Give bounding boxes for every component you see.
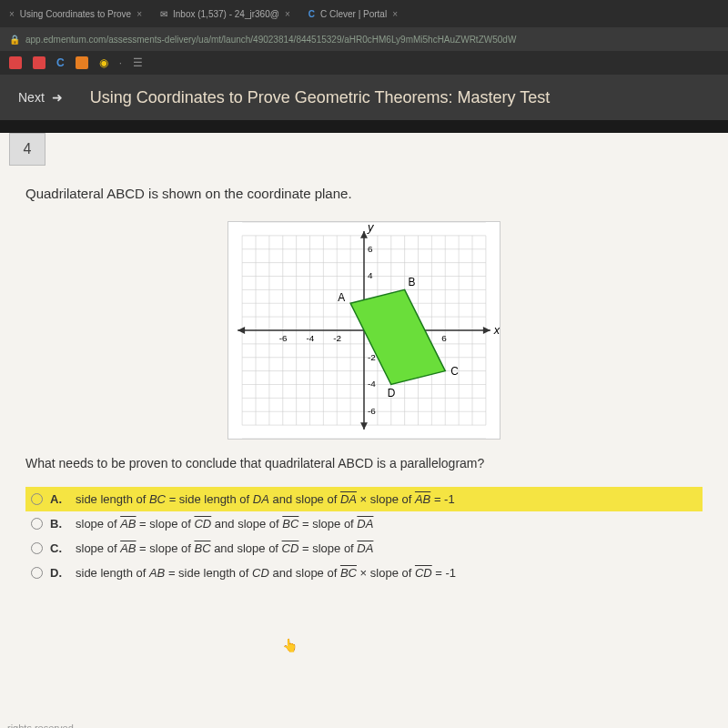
svg-text:-6: -6 [279,333,288,343]
arrow-right-icon: ➜ [52,90,63,105]
close-icon[interactable]: × [285,9,290,19]
tab-label: Inbox (1,537) - 24_jr360@ [173,9,279,19]
svg-text:B: B [409,276,416,288]
option-letter: C. [50,541,65,555]
option-letter: D. [50,566,65,580]
next-button[interactable]: Next ➜ [18,90,63,105]
tab-label: Using Coordinates to Prove [20,9,131,19]
close-icon[interactable]: × [392,9,398,19]
bookmark-icon[interactable]: ◉ [99,56,108,69]
svg-marker-43 [360,422,368,430]
option-a[interactable]: A. side length of BC = side length of DA… [25,487,703,511]
answer-options: A. side length of BC = side length of DA… [25,487,703,585]
question-prompt: Quadrilateral ABCD is shown on the coord… [25,186,703,201]
option-c[interactable]: C. slope of AB = slope of BC and slope o… [25,536,703,561]
url-text: app.edmentum.com/assessments-delivery/ua… [25,35,516,45]
question-ask: What needs to be proven to conclude that… [25,456,703,470]
bookmark-icon[interactable]: C [56,56,65,69]
coordinate-plane-figure: x y -6-4-2246-6-4-2246 ABCD [0,221,728,440]
svg-text:A: A [338,291,345,304]
close-icon[interactable]: × [9,9,15,19]
browser-tab[interactable]: C C Clever | Portal × [308,9,398,19]
svg-text:x: x [493,323,500,337]
option-text: slope of AB = slope of BC and slope of C… [76,541,373,555]
bookmark-icon[interactable] [76,56,88,69]
svg-text:D: D [388,387,396,399]
option-letter: B. [50,517,65,531]
bookmark-icon[interactable] [9,56,22,69]
mail-icon: ✉ [160,9,167,19]
content-area: 4 Quadrilateral ABCD is shown on the coo… [0,133,728,728]
svg-marker-40 [483,327,490,334]
coordinate-grid: x y -6-4-2246-6-4-2246 ABCD [228,221,500,440]
bookmark-separator: · [119,56,122,69]
url-bar[interactable]: 🔒 app.edmentum.com/assessments-delivery/… [0,27,728,51]
option-b[interactable]: B. slope of AB = slope of CD and slope o… [25,511,703,536]
bookmarks-bar: C ◉ · ☰ [0,51,728,75]
option-text: side length of AB = side length of CD an… [76,566,456,580]
svg-text:-4: -4 [368,379,376,389]
page-header: Next ➜ Using Coordinates to Prove Geomet… [0,75,728,120]
svg-text:6: 6 [441,333,447,343]
radio-icon[interactable] [31,493,43,505]
radio-icon[interactable] [31,542,43,554]
radio-icon[interactable] [31,518,43,530]
svg-text:-4: -4 [307,333,315,343]
page-title: Using Coordinates to Prove Geometric The… [90,88,551,107]
option-letter: A. [50,492,65,506]
lock-icon: 🔒 [9,35,20,45]
reading-list-icon[interactable]: ☰ [133,56,143,69]
browser-tab[interactable]: ✉ Inbox (1,537) - 24_jr360@ × [160,9,290,19]
radio-icon[interactable] [31,567,43,579]
browser-tabs: × Using Coordinates to Prove × ✉ Inbox (… [0,0,728,27]
svg-text:C: C [450,365,459,378]
option-text: slope of AB = slope of CD and slope of B… [76,517,373,531]
bookmark-icon[interactable] [33,56,46,69]
footer-text: rights reserved. [7,723,76,728]
tab-label: C Clever | Portal [320,9,387,19]
svg-text:-2: -2 [333,333,341,343]
browser-tab[interactable]: × Using Coordinates to Prove × [9,9,142,19]
close-icon[interactable]: × [136,9,142,19]
svg-text:6: 6 [368,244,373,254]
svg-marker-42 [360,231,368,238]
svg-text:4: 4 [368,270,373,280]
svg-marker-41 [238,327,245,334]
question-number: 4 [9,133,46,166]
option-text: side length of BC = side length of DA an… [76,492,455,506]
svg-text:-6: -6 [368,406,376,416]
cursor-pointer-icon: 👆 [282,638,298,652]
clever-icon: C [308,9,315,19]
option-d[interactable]: D. side length of AB = side length of CD… [25,561,703,585]
svg-text:y: y [367,221,375,234]
